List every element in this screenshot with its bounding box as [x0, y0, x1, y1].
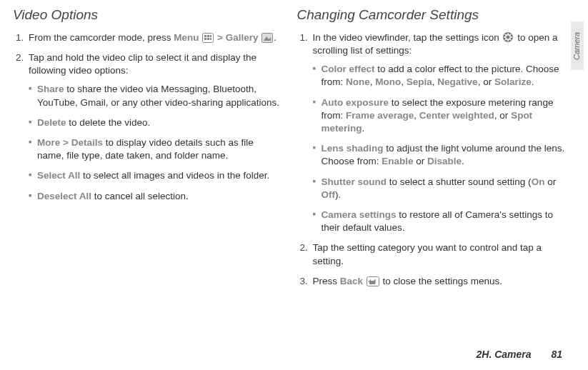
bullet-lens-shading: Lens shading to adjust the light volume … [313, 142, 567, 168]
footer-section: 2H. Camera [476, 349, 531, 360]
bullet-more-details: More > Details to display video details … [29, 136, 283, 162]
menu-grid-icon [202, 33, 214, 43]
right-step-3: 3. Press Back to close the settings menu… [297, 275, 567, 288]
gallery-label: Gallery [226, 32, 259, 43]
bullet-color-effect: Color effect to add a color effect to th… [313, 63, 567, 89]
left-column: Video Options 1. From the camcorder mode… [13, 6, 283, 295]
page-footer: 2H. Camera 81 [476, 348, 562, 361]
svg-rect-6 [210, 38, 211, 40]
bullet-deselect-all: Deselect All to cancel all selection. [29, 190, 283, 203]
back-arrow-icon [367, 276, 379, 286]
bullet-delete: Delete to delete the video. [29, 116, 283, 129]
bullet-auto-exposure: Auto exposure to select the exposure met… [313, 96, 567, 136]
bullet-shutter-sound: Shutter sound to select a shutter sound … [313, 176, 567, 201]
bullet-select-all: Select All to select all images and vide… [29, 169, 283, 182]
left-step-2: 2. Tap and hold the video clip to select… [13, 51, 283, 203]
side-tab: Camera [571, 21, 584, 70]
svg-rect-2 [207, 35, 209, 37]
svg-rect-4 [207, 38, 209, 40]
svg-rect-1 [204, 35, 206, 37]
video-options-title: Video Options [13, 6, 283, 24]
right-column: Changing Camcorder Settings 1. In the vi… [297, 6, 567, 295]
bullet-share: Share to share the video via Messaging, … [29, 83, 283, 109]
back-label: Back [340, 276, 363, 286]
settings-gear-icon [502, 31, 514, 43]
left-step-1: 1. From the camcorder mode, press Menu >… [13, 31, 283, 44]
right-step-1: 1. In the video viewfinder, tap the sett… [297, 31, 567, 235]
footer-page-number: 81 [551, 349, 562, 360]
changing-camcorder-title: Changing Camcorder Settings [297, 6, 567, 24]
menu-label: Menu [174, 32, 199, 43]
page-content: Video Options 1. From the camcorder mode… [0, 0, 588, 302]
gallery-icon [261, 33, 273, 43]
bullet-camera-settings: Camera settings to restore all of Camera… [313, 209, 567, 234]
svg-rect-3 [204, 38, 206, 40]
right-step-2: 2. Tap the setting category you want to … [297, 241, 567, 267]
side-tab-label: Camera [572, 31, 583, 59]
svg-rect-5 [210, 35, 211, 37]
